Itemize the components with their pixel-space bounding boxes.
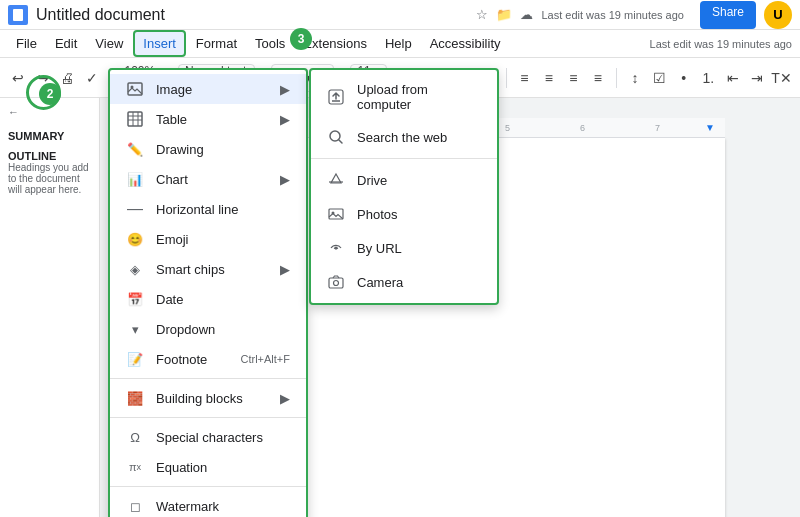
date-label: Date (156, 292, 290, 307)
decrease-indent-button[interactable]: ⇤ (722, 64, 742, 92)
menu-divider-1 (110, 378, 306, 379)
building-label: Building blocks (156, 391, 268, 406)
special-label: Special characters (156, 430, 290, 445)
chart-icon: 📊 (126, 170, 144, 188)
checklist-button[interactable]: ☑ (649, 64, 669, 92)
image-submenu: Upload from computer Search the web Driv… (309, 68, 499, 305)
submenu-camera[interactable]: Camera (311, 265, 497, 299)
sidebar: ← SUMMARY OUTLINE Headings you add to th… (0, 98, 100, 517)
special-icon: Ω (126, 428, 144, 446)
submenu-photos[interactable]: Photos (311, 197, 497, 231)
menu-entry-emoji[interactable]: 😊 Emoji (110, 224, 306, 254)
emoji-label: Emoji (156, 232, 290, 247)
svg-rect-0 (128, 83, 142, 95)
table-arrow: ▶ (280, 112, 290, 127)
line-spacing-button[interactable]: ↕ (625, 64, 645, 92)
move-icon[interactable]: 📁 (496, 7, 512, 22)
table-icon (126, 110, 144, 128)
equation-icon: πx (126, 458, 144, 476)
hline-icon: — (126, 200, 144, 218)
menu-entry-building[interactable]: 🧱 Building blocks ▶ (110, 383, 306, 413)
photos-icon (327, 205, 345, 223)
align-justify-button[interactable]: ≡ (588, 64, 608, 92)
submenu-byurl[interactable]: By URL (311, 231, 497, 265)
searchweb-label: Search the web (357, 130, 447, 145)
menu-bar: File Edit View Insert Format Tools Exten… (0, 30, 800, 58)
menu-divider-2 (110, 417, 306, 418)
menu-file[interactable]: File (8, 32, 45, 55)
toolbar-separator-7 (616, 68, 617, 88)
image-label: Image (156, 82, 268, 97)
smartchips-label: Smart chips (156, 262, 268, 277)
svg-line-10 (339, 140, 342, 143)
avatar[interactable]: U (764, 1, 792, 29)
submenu-searchweb[interactable]: Search the web (311, 120, 497, 154)
building-icon: 🧱 (126, 389, 144, 407)
menu-entry-chart[interactable]: 📊 Chart ▶ (110, 164, 306, 194)
align-center-button[interactable]: ≡ (539, 64, 559, 92)
dropdown-label: Dropdown (156, 322, 290, 337)
increase-indent-button[interactable]: ⇥ (747, 64, 767, 92)
menu-format[interactable]: Format (188, 32, 245, 55)
submenu-drive[interactable]: Drive (311, 163, 497, 197)
footnote-icon: 📝 (126, 350, 144, 368)
share-button[interactable]: Share (700, 1, 756, 29)
table-label: Table (156, 112, 268, 127)
cloud-icon[interactable]: ☁ (520, 7, 533, 22)
bullet-list-button[interactable]: • (674, 64, 694, 92)
undo-button[interactable]: ↩ (8, 64, 28, 92)
submenu-upload[interactable]: Upload from computer (311, 74, 497, 120)
menu-entry-footnote[interactable]: 📝 Footnote Ctrl+Alt+F (110, 344, 306, 374)
menu-entry-equation[interactable]: πx Equation (110, 452, 306, 482)
numbered-list-button[interactable]: 1. (698, 64, 718, 92)
image-arrow: ▶ (280, 82, 290, 97)
menu-divider-3 (110, 486, 306, 487)
dropdown-icon: ▾ (126, 320, 144, 338)
hline-label: Horizontal line (156, 202, 290, 217)
print-button[interactable]: 🖨 (57, 64, 77, 92)
svg-rect-2 (128, 112, 142, 126)
star-icon[interactable]: ☆ (476, 7, 488, 22)
spellcheck-button[interactable]: ✓ (81, 64, 101, 92)
sidebar-nav: ← (8, 106, 91, 118)
last-edit-text: Last edit was 19 minutes ago (541, 9, 683, 21)
align-left-button[interactable]: ≡ (514, 64, 534, 92)
menu-entry-date[interactable]: 📅 Date (110, 284, 306, 314)
drawing-icon: ✏️ (126, 140, 144, 158)
clear-format-button[interactable]: T✕ (771, 64, 792, 92)
byurl-label: By URL (357, 241, 402, 256)
svg-point-13 (335, 247, 338, 250)
back-icon[interactable]: ← (8, 106, 19, 118)
menu-edit[interactable]: Edit (47, 32, 85, 55)
step-badge-2: 2 (39, 83, 61, 105)
drive-icon (327, 171, 345, 189)
doc-title[interactable]: Untitled document (36, 6, 468, 24)
menu-view[interactable]: View (87, 32, 131, 55)
menu-entry-smartchips[interactable]: ◈ Smart chips ▶ (110, 254, 306, 284)
menu-help[interactable]: Help (377, 32, 420, 55)
doc-icon (8, 5, 28, 25)
emoji-icon: 😊 (126, 230, 144, 248)
outline-hint: Headings you add to the document will ap… (8, 162, 91, 195)
chart-label: Chart (156, 172, 268, 187)
building-arrow: ▶ (280, 391, 290, 406)
photos-label: Photos (357, 207, 397, 222)
menu-insert[interactable]: Insert (133, 30, 186, 57)
toolbar-separator-6 (506, 68, 507, 88)
equation-label: Equation (156, 460, 290, 475)
menu-entry-drawing[interactable]: ✏️ Drawing (110, 134, 306, 164)
menu-entry-special[interactable]: Ω Special characters (110, 422, 306, 452)
menu-entry-image[interactable]: Image ▶ (110, 74, 306, 104)
menu-entry-hline[interactable]: — Horizontal line (110, 194, 306, 224)
menu-tools[interactable]: Tools (247, 32, 293, 55)
menu-entry-dropdown[interactable]: ▾ Dropdown (110, 314, 306, 344)
footnote-label: Footnote (156, 352, 228, 367)
date-icon: 📅 (126, 290, 144, 308)
camera-label: Camera (357, 275, 403, 290)
smartchips-arrow: ▶ (280, 262, 290, 277)
menu-accessibility[interactable]: Accessibility (422, 32, 509, 55)
align-right-button[interactable]: ≡ (563, 64, 583, 92)
header-actions: Share U (700, 1, 792, 29)
menu-entry-watermark[interactable]: ◻ Watermark (110, 491, 306, 517)
menu-entry-table[interactable]: Table ▶ (110, 104, 306, 134)
